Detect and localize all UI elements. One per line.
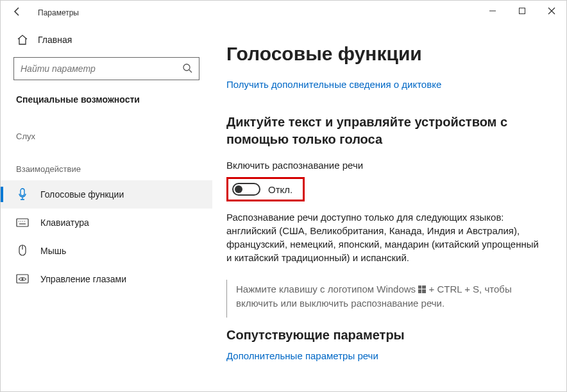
svg-rect-19 <box>418 289 421 293</box>
sidebar-item-label: Голосовые функции <box>40 189 124 200</box>
svg-point-4 <box>183 64 190 71</box>
toggle-knob <box>235 185 242 193</box>
home-label: Главная <box>38 35 72 45</box>
svg-rect-6 <box>21 189 24 196</box>
mic-icon <box>16 188 29 201</box>
group-hearing: Слух <box>1 115 212 148</box>
sidebar-item-label: Клавиатура <box>40 217 89 228</box>
window-title: Параметры <box>38 8 79 17</box>
minimize-button[interactable] <box>478 1 507 21</box>
page-title: Голосовые функции <box>226 43 542 65</box>
eye-control-icon <box>16 274 29 284</box>
home-nav[interactable]: Главная <box>1 30 212 57</box>
section-title: Специальные возможности <box>1 94 212 115</box>
maximize-button[interactable] <box>507 1 537 21</box>
sidebar-item-mouse[interactable]: Мышь <box>1 237 212 265</box>
search-input[interactable] <box>21 64 182 74</box>
speech-recognition-toggle-highlight: Откл. <box>226 177 305 201</box>
windows-logo-icon <box>418 283 426 296</box>
shortcut-hint-text: Нажмите клавишу с логотипом Windows + CT… <box>236 282 542 310</box>
window-controls <box>478 1 566 21</box>
additional-speech-settings-link[interactable]: Дополнительные параметры речи <box>226 350 378 361</box>
shortcut-hint: Нажмите клавишу с логотипом Windows + CT… <box>226 280 542 318</box>
svg-rect-17 <box>418 285 421 289</box>
sidebar-item-label: Управление глазами <box>40 274 126 284</box>
svg-point-16 <box>22 278 24 280</box>
toggle-label: Включить распознавание речи <box>226 160 542 171</box>
languages-description: Распознавание речи доступно только для с… <box>226 210 542 264</box>
mouse-icon <box>16 244 29 257</box>
back-button[interactable] <box>12 6 24 19</box>
speech-recognition-toggle[interactable] <box>232 183 260 196</box>
sidebar-item-keyboard[interactable]: Клавиатура <box>1 209 212 237</box>
close-button[interactable] <box>537 1 566 21</box>
related-settings-heading: Сопутствующие параметры <box>226 328 542 343</box>
content-area: Голосовые функции Получить дополнительны… <box>212 25 566 392</box>
svg-rect-7 <box>17 219 28 226</box>
search-box[interactable] <box>13 57 199 80</box>
svg-line-5 <box>189 70 192 72</box>
sidebar-item-eye-control[interactable]: Управление глазами <box>1 265 212 293</box>
sidebar-item-voice[interactable]: Голосовые функции <box>1 180 212 209</box>
keyboard-icon <box>16 218 29 227</box>
sidebar-item-label: Мышь <box>40 246 66 256</box>
home-icon <box>16 34 29 46</box>
toggle-state-text: Откл. <box>268 184 292 195</box>
group-interaction: Взаимодействие <box>1 148 212 180</box>
search-icon <box>182 63 192 75</box>
dictation-info-link[interactable]: Получить дополнительные сведения о дикто… <box>226 79 441 90</box>
sidebar: Главная Специальные возможности Слух Вза… <box>1 25 212 392</box>
svg-rect-1 <box>520 8 525 14</box>
voice-control-heading: Диктуйте текст и управляйте устройством … <box>226 114 542 148</box>
